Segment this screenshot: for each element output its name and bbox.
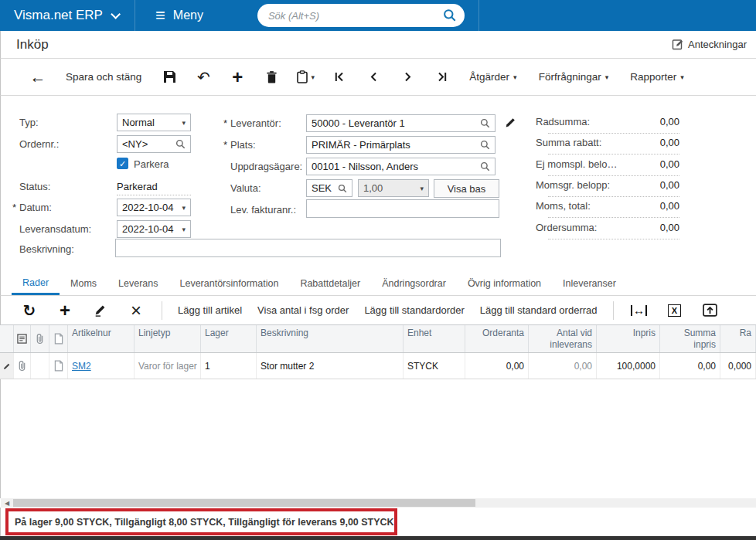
show-qty-in-sales-order-button[interactable]: Visa antal i fsg order <box>257 304 349 316</box>
artikelnr-link[interactable]: SM2 <box>72 361 91 372</box>
magnifier-icon[interactable] <box>175 139 186 149</box>
column-header-inpris[interactable]: Inpris <box>597 325 660 352</box>
tab-leverantorsinformation[interactable]: Leverantörsinformation <box>169 272 290 295</box>
document-icon <box>54 360 63 372</box>
notes-column-header[interactable] <box>14 325 31 352</box>
save-and-close-button[interactable]: Spara och stäng <box>55 65 152 90</box>
search-icon[interactable] <box>443 8 457 22</box>
row-notes-cell[interactable] <box>14 353 31 379</box>
column-header-lager[interactable]: Lager <box>201 325 257 352</box>
next-record-button[interactable] <box>390 65 424 90</box>
cell-inpris[interactable]: 100,0000 <box>597 353 660 379</box>
column-header-antal-vid-inleverans[interactable]: Antal vid inleverans <box>529 325 597 352</box>
tab-rabattdetaljer[interactable]: Rabattdetaljer <box>289 272 371 295</box>
table-row: SM2 Varor för lager 1 Stor mutter 2 STYC… <box>0 353 756 379</box>
tab-moms[interactable]: Moms <box>60 272 107 295</box>
column-header-rabatt[interactable]: Ra <box>720 325 756 352</box>
datum-datepicker[interactable]: 2022-10-04▾ <box>117 199 191 216</box>
cell-linjetyp[interactable]: Varor för lager <box>135 353 201 379</box>
search-input[interactable] <box>268 10 443 22</box>
chevron-right-icon <box>404 71 412 83</box>
back-button[interactable]: ← <box>21 65 55 90</box>
actions-menu-button[interactable]: Åtgärder▾ <box>458 65 527 90</box>
magnifier-icon[interactable] <box>480 118 490 128</box>
caret-down-icon: ▾ <box>680 73 684 81</box>
column-header-orderantal[interactable]: Orderanta <box>465 325 529 352</box>
availability-status-text: På lager 9,00 STYCK, Tillgängligt 8,00 S… <box>9 517 394 528</box>
undo-button[interactable]: ↶ <box>186 65 220 90</box>
leveransdatum-datepicker[interactable]: 2022-10-04▾ <box>117 220 191 238</box>
cell-beskrivning[interactable]: Stor mutter 2 <box>257 353 404 379</box>
magnifier-icon[interactable] <box>480 161 490 172</box>
row-edit-indicator <box>0 353 14 379</box>
add-record-button[interactable]: + <box>220 65 254 90</box>
notes-button[interactable]: Anteckningar <box>672 38 747 50</box>
summa-rabatt-value: 0,00 <box>548 137 679 155</box>
magnifier-icon[interactable] <box>338 184 347 193</box>
attachments-column-header[interactable] <box>31 325 49 352</box>
row-attachment-cell[interactable] <box>31 353 49 379</box>
add-standard-order-button[interactable]: Lägg till standardorder <box>364 304 464 316</box>
delete-button[interactable] <box>254 65 288 90</box>
cell-antal-vid-inleverans[interactable]: 0,00 <box>529 353 597 379</box>
delete-row-button[interactable]: × <box>126 301 146 321</box>
cell-artikelnr[interactable]: SM2 <box>68 353 135 379</box>
tab-ovrig-information[interactable]: Övrig information <box>457 272 552 295</box>
typ-select[interactable]: Normal▾ <box>117 114 191 131</box>
scroll-left-arrow[interactable]: ◀ <box>1 498 13 508</box>
tab-andringsordrar[interactable]: Ändringsordrar <box>371 272 457 295</box>
global-search[interactable] <box>257 4 465 27</box>
fit-columns-button[interactable]: ↔ <box>629 301 649 321</box>
scrollbar-thumb[interactable] <box>13 499 475 507</box>
previous-record-button[interactable] <box>356 65 390 90</box>
fit-width-icon: ↔ <box>631 305 647 316</box>
tab-rader[interactable]: Rader <box>12 272 60 295</box>
add-standard-order-row-button[interactable]: Lägg till standard orderrad <box>480 304 598 316</box>
magnifier-icon[interactable] <box>480 140 490 150</box>
column-header-summa-inpris[interactable]: Summa inpris <box>660 325 720 352</box>
beskrivning-label: Beskrivning: <box>19 243 74 255</box>
export-excel-button[interactable]: X <box>665 301 685 321</box>
add-article-button[interactable]: Lägg till artikel <box>178 304 242 316</box>
row-document-cell[interactable] <box>49 353 68 379</box>
horizontal-scrollbar[interactable]: ◀ <box>1 498 756 508</box>
last-record-button[interactable] <box>424 65 458 90</box>
inquiries-menu-button[interactable]: Förfrågningar▾ <box>528 65 620 90</box>
row-state-column-header <box>0 325 14 352</box>
visa-bas-button[interactable]: Visa bas <box>434 179 499 198</box>
refresh-button[interactable]: ↻ <box>19 301 39 321</box>
cell-orderantal[interactable]: 0,00 <box>465 353 529 379</box>
valutakurs-select[interactable]: 1,00▾ <box>358 179 429 197</box>
uppdragsagare-lookup[interactable]: 00101 - Nilsson, Anders <box>306 158 495 175</box>
cell-rabatt[interactable]: 0,000 <box>720 353 756 379</box>
plats-lookup[interactable]: PRIMÄR - Primärplats <box>306 136 495 154</box>
import-button[interactable] <box>700 301 720 321</box>
column-header-artikelnr[interactable]: Artikelnur <box>68 325 135 352</box>
add-row-button[interactable]: + <box>55 301 75 321</box>
ordernr-lookup[interactable]: <NY> <box>117 135 191 153</box>
lev-fakturanr-input[interactable] <box>306 199 499 218</box>
beskrivning-input[interactable] <box>115 239 501 257</box>
main-menu-button[interactable]: ≡ Meny <box>135 0 223 31</box>
leverantor-lookup[interactable]: 50000 - Leverantör 1 <box>306 114 495 132</box>
edit-row-button[interactable] <box>90 301 111 321</box>
column-header-beskrivning[interactable]: Beskrivning <box>257 325 404 352</box>
app-brand-menu[interactable]: Visma.net ERP <box>0 0 135 31</box>
parkera-label[interactable]: Parkera <box>134 158 169 170</box>
column-header-enhet[interactable]: Enhet <box>404 325 465 352</box>
clipboard-menu-button[interactable]: ▾ <box>288 65 322 90</box>
document-column-header[interactable] <box>49 325 68 352</box>
excel-icon: X <box>668 304 681 317</box>
reports-menu-button[interactable]: Rapporter▾ <box>619 65 695 90</box>
cell-enhet[interactable]: STYCK <box>404 353 465 379</box>
first-record-button[interactable] <box>322 65 356 90</box>
tab-leverans[interactable]: Leverans <box>107 272 169 295</box>
cell-summa-inpris[interactable]: 0,00 <box>660 353 720 379</box>
cell-lager[interactable]: 1 <box>201 353 257 379</box>
parkera-checkbox[interactable]: ✓ <box>117 158 128 169</box>
save-button[interactable] <box>152 65 186 90</box>
tab-inleveranser[interactable]: Inleveranser <box>552 272 627 295</box>
column-header-linjetyp[interactable]: Linjetyp <box>135 325 201 352</box>
edit-leverantor-icon[interactable] <box>505 117 516 128</box>
valuta-lookup[interactable]: SEK <box>306 179 352 197</box>
